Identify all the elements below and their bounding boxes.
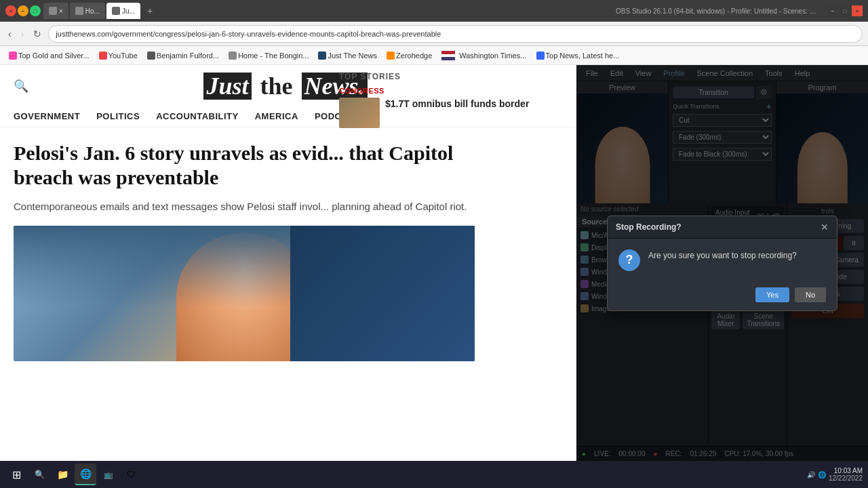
obs-close-btn[interactable]: × bbox=[852, 5, 863, 16]
bookmark-item[interactable]: Benjamin Fulford... bbox=[144, 50, 222, 61]
story-thumbnail bbox=[339, 98, 380, 128]
bookmark-item[interactable]: Home - The Bongin... bbox=[225, 50, 312, 61]
bookmark-item[interactable]: Just The News bbox=[315, 50, 380, 61]
clock-time: 10:03 AM bbox=[829, 467, 863, 474]
address-bar[interactable] bbox=[48, 25, 863, 43]
system-tray: 🔊 🌐 10:03 AM 12/22/2022 bbox=[807, 467, 863, 482]
tray-network-icon[interactable]: 🌐 bbox=[818, 471, 826, 479]
article-image bbox=[14, 226, 475, 361]
start-button[interactable]: ⊞ bbox=[5, 464, 27, 485]
bookmark-icon bbox=[536, 52, 545, 60]
nav-accountability[interactable]: ACCOUNTABILITY bbox=[156, 111, 239, 121]
browser-tab-active[interactable]: Ju... bbox=[106, 3, 140, 19]
tray-volume-icon[interactable]: 🔊 bbox=[807, 471, 815, 479]
clock-date: 12/22/2022 bbox=[829, 474, 863, 482]
obs-window-title: OBS Studio 26.1.0 (64-bit, windows) - Pr… bbox=[616, 7, 819, 15]
browser-toolbar: ‹ › ↻ bbox=[0, 22, 868, 46]
search-icon[interactable]: 🔍 bbox=[14, 79, 28, 94]
website-content: 🔍 Just the News. GOVERNMENT POLITICS ACC… bbox=[0, 65, 576, 461]
nav-government[interactable]: GOVERNMENT bbox=[14, 111, 80, 121]
bookmark-icon bbox=[99, 52, 107, 60]
tab-icon bbox=[112, 7, 120, 15]
dialog-yes-btn[interactable]: Yes bbox=[755, 287, 789, 302]
nav-america[interactable]: AMERICA bbox=[255, 111, 298, 121]
dialog-body: ? Are you sure you want to stop recordin… bbox=[608, 239, 837, 282]
taskbar-browser[interactable]: 🌐 bbox=[75, 464, 96, 485]
bookmark-item[interactable]: Zerohedge bbox=[383, 50, 435, 61]
taskbar-antivirus[interactable]: 🛡 bbox=[121, 464, 142, 485]
bookmark-icon bbox=[229, 52, 237, 60]
bookmark-item[interactable]: Top Gold and Silver... bbox=[5, 50, 93, 61]
dialog-footer: Yes No bbox=[608, 282, 837, 310]
bookmark-item[interactable]: YouTube bbox=[96, 50, 141, 61]
browser-tabs: × Ho... Ju... + bbox=[43, 3, 599, 19]
dialog-titlebar: Stop Recording? ✕ bbox=[608, 216, 837, 239]
bookmark-icon bbox=[147, 52, 155, 60]
tab-icon bbox=[49, 7, 57, 15]
bookmark-icon bbox=[9, 52, 17, 60]
bookmark-item[interactable]: Washington Times... bbox=[438, 49, 530, 62]
dialog-icon: ? bbox=[618, 249, 640, 271]
dialog-overlay: Stop Recording? ✕ ? Are you sure you wan… bbox=[576, 65, 868, 461]
congress-tag: CONGRESS bbox=[339, 87, 570, 95]
browser-close-btn[interactable]: × bbox=[5, 5, 16, 16]
obs-panel: File Edit View Profile Scene Collection … bbox=[576, 65, 868, 461]
new-tab-btn[interactable]: + bbox=[142, 3, 158, 19]
dialog-no-btn[interactable]: No bbox=[795, 287, 826, 302]
dialog-title: Stop Recording? bbox=[616, 222, 682, 232]
top-stories-sidebar: TOP STORIES CONGRESS $1.7T omnibus bill … bbox=[332, 65, 576, 140]
refresh-btn[interactable]: ↻ bbox=[31, 27, 44, 41]
taskbar: ⊞ 🔍 📁 🌐 📺 🛡 🔊 🌐 10:03 AM 12/22/2022 bbox=[0, 461, 868, 488]
bookmarks-bar: Top Gold and Silver... YouTube Benjamin … bbox=[0, 46, 868, 65]
story-item: $1.7T omnibus bill funds border bbox=[339, 98, 570, 128]
stop-recording-dialog: Stop Recording? ✕ ? Are you sure you wan… bbox=[607, 216, 837, 311]
back-btn[interactable]: ‹ bbox=[5, 27, 14, 41]
forward-btn[interactable]: › bbox=[18, 27, 27, 41]
dialog-message: Are you sure you want to stop recording? bbox=[648, 249, 797, 262]
story-text[interactable]: $1.7T omnibus bill funds border bbox=[385, 98, 529, 128]
article-headline: Pelosi's Jan. 6 story unravels as evid..… bbox=[14, 141, 475, 190]
browser-maximize-btn[interactable]: □ bbox=[30, 5, 41, 16]
obs-maximize-btn[interactable]: □ bbox=[840, 5, 850, 16]
browser-tab[interactable]: × bbox=[43, 3, 68, 19]
browser-tab[interactable]: Ho... bbox=[70, 3, 105, 19]
taskbar-search[interactable]: 🔍 bbox=[28, 464, 50, 485]
taskbar-file-explorer[interactable]: 📁 bbox=[52, 464, 73, 485]
flag-icon bbox=[441, 51, 455, 60]
top-stories-title: TOP STORIES bbox=[339, 72, 570, 81]
bookmark-item[interactable]: Top News, Latest he... bbox=[533, 50, 623, 61]
bookmark-icon bbox=[387, 52, 395, 60]
system-clock: 10:03 AM 12/22/2022 bbox=[829, 467, 863, 482]
bookmark-icon bbox=[318, 52, 326, 60]
nav-politics[interactable]: POLITICS bbox=[96, 111, 140, 121]
browser-titlebar: × − □ × Ho... Ju... + OBS Studio 26.1.0 … bbox=[0, 0, 868, 22]
taskbar-obs[interactable]: 📺 bbox=[98, 464, 119, 485]
article-area: Pelosi's Jan. 6 story unravels as evid..… bbox=[0, 127, 576, 368]
article-subhead: Contemporaneous emails and text messages… bbox=[14, 199, 475, 215]
obs-minimize-btn[interactable]: − bbox=[827, 5, 838, 16]
tab-icon bbox=[75, 7, 83, 15]
browser-minimize-btn[interactable]: − bbox=[18, 5, 28, 16]
dialog-close-btn[interactable]: ✕ bbox=[821, 222, 829, 232]
